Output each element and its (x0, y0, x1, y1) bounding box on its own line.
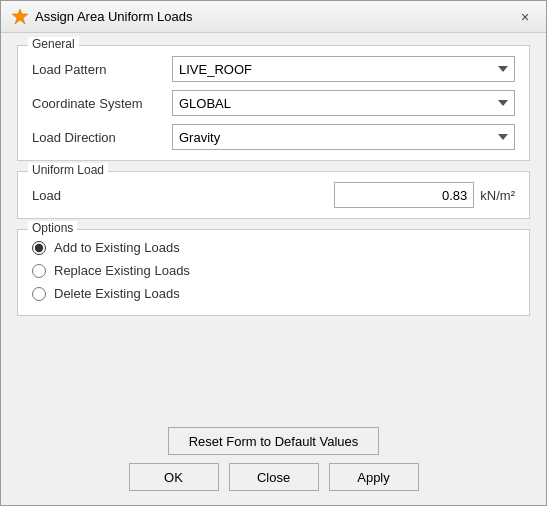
radio-replace-label: Replace Existing Loads (54, 263, 190, 278)
radio-row-delete: Delete Existing Loads (32, 286, 515, 301)
load-field-label: Load (32, 188, 92, 203)
close-button[interactable]: × (514, 6, 536, 28)
dialog-content: General Load Pattern LIVE_ROOF DEAD LIVE… (1, 33, 546, 417)
dialog: Assign Area Uniform Loads × General Load… (0, 0, 547, 506)
title-bar-left: Assign Area Uniform Loads (11, 8, 193, 26)
general-section-label: General (28, 37, 79, 51)
coordinate-system-control: GLOBAL LOCAL (172, 90, 515, 116)
load-input-wrapper: kN/m² (334, 182, 515, 208)
dialog-title: Assign Area Uniform Loads (35, 9, 193, 24)
apply-button[interactable]: Apply (329, 463, 419, 491)
load-direction-dropdown[interactable]: Gravity X Y Z (172, 124, 515, 150)
uniform-load-section-label: Uniform Load (28, 163, 108, 177)
uniform-load-section: Uniform Load Load kN/m² (17, 171, 530, 219)
action-buttons: OK Close Apply (129, 463, 419, 491)
load-row: Load kN/m² (32, 182, 515, 208)
load-pattern-control: LIVE_ROOF DEAD LIVE WIND (172, 56, 515, 82)
reset-button[interactable]: Reset Form to Default Values (168, 427, 380, 455)
radio-replace-existing[interactable] (32, 264, 46, 278)
load-pattern-dropdown[interactable]: LIVE_ROOF DEAD LIVE WIND (172, 56, 515, 82)
radio-row-add: Add to Existing Loads (32, 240, 515, 255)
options-section-label: Options (28, 221, 77, 235)
radio-delete-existing[interactable] (32, 287, 46, 301)
load-input[interactable] (334, 182, 474, 208)
app-icon (11, 8, 29, 26)
title-bar: Assign Area Uniform Loads × (1, 1, 546, 33)
coordinate-system-label: Coordinate System (32, 96, 172, 111)
load-pattern-label: Load Pattern (32, 62, 172, 77)
svg-marker-0 (12, 9, 28, 24)
radio-delete-label: Delete Existing Loads (54, 286, 180, 301)
radio-add-to-existing[interactable] (32, 241, 46, 255)
load-direction-row: Load Direction Gravity X Y Z (32, 124, 515, 150)
radio-row-replace: Replace Existing Loads (32, 263, 515, 278)
coordinate-system-dropdown[interactable]: GLOBAL LOCAL (172, 90, 515, 116)
load-direction-label: Load Direction (32, 130, 172, 145)
options-section: Options Add to Existing Loads Replace Ex… (17, 229, 530, 316)
load-direction-control: Gravity X Y Z (172, 124, 515, 150)
coordinate-system-row: Coordinate System GLOBAL LOCAL (32, 90, 515, 116)
radio-add-label: Add to Existing Loads (54, 240, 180, 255)
load-unit: kN/m² (480, 188, 515, 203)
dialog-footer: Reset Form to Default Values OK Close Ap… (1, 417, 546, 505)
general-section: General Load Pattern LIVE_ROOF DEAD LIVE… (17, 45, 530, 161)
load-pattern-row: Load Pattern LIVE_ROOF DEAD LIVE WIND (32, 56, 515, 82)
ok-button[interactable]: OK (129, 463, 219, 491)
close-dialog-button[interactable]: Close (229, 463, 319, 491)
